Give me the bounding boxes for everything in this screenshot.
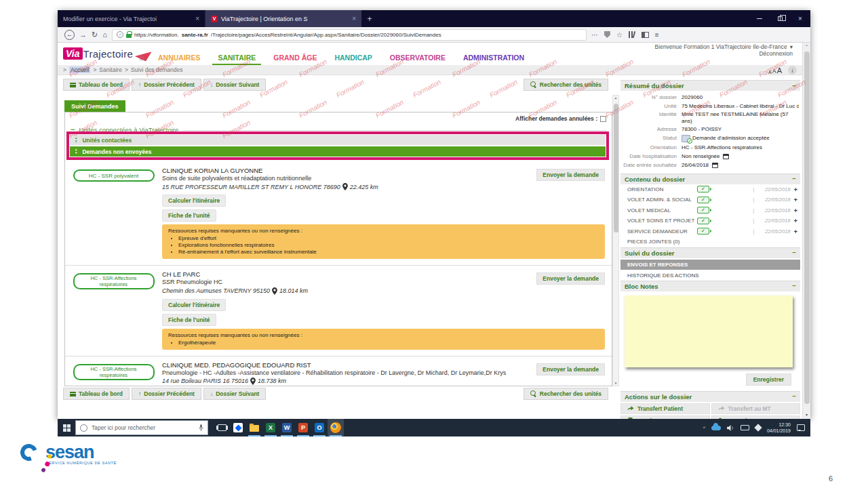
nav-sanitaire[interactable]: SANITAIRE — [218, 54, 256, 62]
collapse-icon[interactable]: − — [792, 283, 796, 289]
scrollbar-thumb[interactable] — [614, 104, 618, 232]
scroll-up-icon[interactable]: ▴ — [615, 96, 617, 100]
dropbox-tray-icon[interactable] — [754, 424, 762, 431]
content-item[interactable]: VOLET MEDICAL ✓ | 22/05/2018 + — [620, 205, 800, 216]
next-dossier-button-bottom[interactable]: ↓ Dossier Suivant — [203, 388, 267, 400]
nav-home-icon[interactable]: ⌂ — [139, 52, 144, 62]
minimize-button[interactable] — [749, 10, 770, 27]
previous-dossier-button[interactable]: ↑ Dossier Précédent — [132, 79, 201, 91]
save-note-button[interactable]: Enregistrer — [746, 373, 791, 386]
previous-dossier-button-bottom[interactable]: ↑ Dossier Précédent — [132, 388, 201, 400]
scroll-down-icon[interactable]: ▾ — [615, 381, 617, 385]
start-button[interactable] — [58, 419, 75, 436]
nav-annuaires[interactable]: ANNUAIRES — [158, 54, 200, 62]
expand-icon[interactable]: + — [793, 228, 797, 235]
collapse-icon[interactable]: − — [792, 83, 796, 89]
unit-sheet-button[interactable]: Fiche de l'unité — [162, 314, 216, 326]
forward-icon[interactable]: → — [79, 31, 87, 39]
dashboard-button-bottom[interactable]: Tableau de bord — [63, 388, 130, 400]
taskbar-clock[interactable]: 12:30 04/01/2019 — [767, 422, 791, 434]
dashboard-button[interactable]: Tableau de bord — [63, 79, 130, 91]
page-actions-icon[interactable]: ⋯ — [591, 31, 598, 39]
tab-historique-des-actions[interactable]: HISTORIQUE DES ACTIONS — [620, 270, 800, 281]
onedrive-icon[interactable] — [711, 426, 721, 430]
send-request-button[interactable]: Envoyer la demande — [536, 272, 605, 285]
site-info-icon[interactable]: i — [117, 31, 123, 38]
calculate-route-button[interactable]: Calculer l'itinéraire — [162, 299, 226, 311]
unit-sheet-button[interactable]: Fiche de l'unité — [162, 209, 216, 222]
expand-icon[interactable]: + — [793, 186, 797, 193]
taskbar-search[interactable] — [75, 420, 208, 435]
new-tab-button[interactable]: + — [361, 10, 378, 27]
content-scrollbar[interactable]: ▴ ▾ — [612, 95, 619, 386]
content-item[interactable]: SERVICE DEMANDEUR ✓ | 22/05/2018 + — [620, 226, 800, 237]
dropbox-taskbar-icon[interactable] — [230, 419, 246, 436]
row-unites-contactees[interactable]: ▲▼ Unités contactées — [70, 135, 606, 145]
word-icon[interactable]: W — [279, 419, 295, 436]
nav-observatoire[interactable]: OBSERVATOIRE — [390, 54, 446, 62]
tab-envois-et-reponses[interactable]: ENVOIS ET REPONSES — [620, 260, 800, 270]
collapse-icon[interactable]: − — [71, 126, 75, 134]
search-units-button[interactable]: Rechercher des unités — [524, 79, 608, 91]
scroll-down-icon[interactable]: ▾ — [803, 412, 810, 417]
browser-tab-active[interactable]: V ViaTrajectoire | Orientation en S × — [205, 10, 361, 27]
send-request-button[interactable]: Envoyer la demande — [536, 363, 605, 375]
page-info-icon[interactable]: i — [788, 66, 797, 75]
row-demandes-non-envoyees[interactable]: ▲▼ Demandes non envoyées — [70, 146, 606, 157]
tab-close-icon[interactable]: × — [195, 15, 199, 22]
outlook-icon[interactable]: O — [311, 419, 328, 436]
excel-icon[interactable]: X — [262, 419, 279, 436]
browser-tab-inactive[interactable]: Modifier un exercice - Via Trajectoi × — [58, 10, 205, 27]
bookmark-star-icon[interactable]: ☆ — [616, 31, 623, 39]
content-item[interactable]: VOLET SOINS ET PROJET ✓ | 22/05/2018 + — [620, 216, 800, 226]
keyboard-icon[interactable] — [741, 425, 749, 430]
search-units-button-bottom[interactable]: Rechercher des unités — [524, 388, 608, 400]
attachments-item[interactable]: PIECES JOINTES (0) — [620, 237, 800, 247]
tab-close-icon[interactable]: × — [352, 15, 356, 22]
microphone-icon[interactable] — [199, 424, 203, 432]
tray-chevron-up-icon[interactable]: ^ — [703, 426, 705, 430]
page-scrollbar[interactable]: ^ ▾ — [802, 43, 810, 419]
show-cancelled-checkbox[interactable] — [600, 116, 606, 122]
tab-suivi-demandes[interactable]: Suivi Demandes — [64, 100, 125, 112]
calendar-icon[interactable] — [723, 154, 729, 159]
expand-icon[interactable]: + — [793, 217, 797, 224]
font-size-controls[interactable]: A A A — [768, 66, 782, 75]
content-item[interactable]: VOLET ADMIN. & SOCIAL ✓ | 22/05/2018 + — [620, 195, 800, 205]
file-explorer-icon[interactable] — [246, 419, 262, 436]
breadcrumb-sanitaire[interactable]: Sanitaire — [99, 66, 122, 73]
firefox-icon[interactable] — [328, 419, 344, 436]
breadcrumb-accueil[interactable]: Accueil — [69, 66, 90, 73]
pocket-icon[interactable] — [604, 31, 610, 38]
logout-link[interactable]: Déconnexion — [759, 50, 793, 57]
scrollbar-thumb[interactable] — [804, 52, 810, 404]
address-bar[interactable]: i https://vtformation.sante-ra.fr/Trajec… — [112, 29, 587, 41]
taskbar-search-input[interactable] — [92, 424, 195, 431]
volume-icon[interactable] — [727, 425, 734, 431]
bloc-notes-textarea[interactable] — [625, 296, 793, 367]
powerpoint-icon[interactable]: P — [295, 419, 311, 436]
task-view-button[interactable] — [214, 419, 230, 436]
sidebar-icon[interactable] — [642, 32, 649, 38]
calculate-route-button[interactable]: Calculer l'itinéraire — [162, 195, 226, 207]
nav-grand-age[interactable]: GRAND ÂGE — [273, 54, 317, 62]
home-icon[interactable]: ⌂ — [102, 31, 107, 39]
nav-administration[interactable]: ADMINISTRATION — [463, 54, 524, 62]
collapse-icon[interactable]: − — [792, 249, 796, 256]
collapse-icon[interactable]: − — [792, 393, 796, 400]
close-button[interactable]: × — [790, 10, 810, 27]
calendar-icon[interactable] — [712, 163, 718, 168]
session-welcome[interactable]: Bienvenue Formation 1 ViaTrajectoire Ile… — [655, 43, 793, 50]
scroll-up-icon[interactable]: ^ — [803, 44, 810, 48]
notification-center-icon[interactable] — [797, 424, 805, 431]
collapse-icon[interactable]: − — [792, 176, 796, 182]
restore-button[interactable] — [770, 10, 790, 27]
next-dossier-button[interactable]: ↓ Dossier Suivant — [203, 79, 267, 91]
transfer-patient-button[interactable]: Transfert Patient — [620, 403, 710, 414]
send-request-button[interactable]: Envoyer la demande — [536, 169, 605, 181]
content-item[interactable]: ORIENTATION ✓ | 22/05/2018 + — [620, 184, 800, 195]
expand-icon[interactable]: + — [793, 207, 797, 214]
reload-icon[interactable]: ↻ — [92, 31, 98, 39]
hamburger-menu-icon[interactable]: ≡ — [655, 31, 659, 39]
expand-icon[interactable]: + — [793, 196, 797, 203]
